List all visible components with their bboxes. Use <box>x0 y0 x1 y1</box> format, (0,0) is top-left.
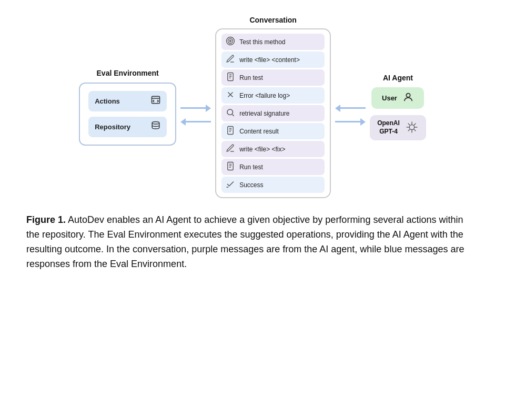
eval-environment: Eval Environment Actions <box>79 69 176 146</box>
svg-rect-18 <box>228 162 234 170</box>
check-icon <box>226 179 235 190</box>
target-icon <box>226 36 235 47</box>
svg-rect-6 <box>228 73 234 81</box>
clipboard-icon-1 <box>226 72 235 83</box>
conv-item-4: Error <failure log> <box>221 87 325 104</box>
openai-icon <box>405 120 419 136</box>
svg-rect-14 <box>228 127 234 135</box>
ai-agent-area: AI Agent User OpenAIGPT-4 <box>370 74 426 140</box>
repository-label: Repository <box>95 123 130 131</box>
svg-line-30 <box>413 129 416 131</box>
conv-item-2: write <file> <content> <box>221 52 325 68</box>
conv-item-5: retrieval signature <box>221 105 325 121</box>
conv-text-5: retrieval signature <box>239 110 289 117</box>
arrow-user-to-conv <box>335 105 366 112</box>
eval-box: Actions Repository <box>79 83 176 146</box>
code-icon <box>151 95 160 107</box>
eval-item-repository: Repository <box>88 117 167 137</box>
conv-text-2: write <file> <content> <box>239 56 300 64</box>
actions-label: Actions <box>95 97 120 105</box>
conv-text-6: Content result <box>239 128 279 135</box>
figure-label: Figure 1. <box>26 214 66 225</box>
left-arrow-area <box>176 105 215 126</box>
ai-agent-title: AI Agent <box>383 74 413 82</box>
arrow-conv-to-agent <box>335 118 366 126</box>
caption-text: AutoDev enables an AI Agent to achieve a… <box>26 214 464 269</box>
conv-text-8: Run test <box>239 163 263 171</box>
clipboard-icon-2 <box>226 126 235 137</box>
user-label: User <box>382 94 397 102</box>
conv-item-6: Content result <box>221 123 325 139</box>
conv-item-8: Run test <box>221 159 325 175</box>
database-icon <box>151 121 160 133</box>
close-icon <box>226 90 235 101</box>
conversation-box: Test this method write <file> <content> <box>215 28 331 198</box>
svg-line-13 <box>233 114 234 116</box>
arrow-eval-to-conv <box>180 105 211 112</box>
conv-text-9: Success <box>239 181 263 189</box>
diagram-area: Eval Environment Actions <box>21 11 484 198</box>
user-icon <box>402 91 414 105</box>
svg-point-23 <box>406 94 410 97</box>
svg-point-24 <box>409 125 414 129</box>
arrow-conv-to-eval <box>180 118 211 126</box>
conv-text-1: Test this method <box>239 38 285 46</box>
figure-caption: Figure 1. AutoDev enables an AI Agent to… <box>21 213 484 272</box>
clipboard-icon-3 <box>226 161 235 172</box>
svg-line-32 <box>408 129 410 131</box>
right-arrow-area <box>331 105 370 126</box>
conv-item-7: write <file> <fix> <box>221 141 325 157</box>
conv-text-3: Run test <box>239 74 263 81</box>
eval-item-actions: Actions <box>88 91 167 111</box>
conv-text-4: Error <failure log> <box>239 92 290 99</box>
conversation-wrapper: Conversation Test this method <box>215 16 331 198</box>
conv-item-3: Run test <box>221 69 325 86</box>
svg-line-31 <box>413 123 416 125</box>
conv-item-1: Test this method <box>221 34 325 50</box>
svg-point-12 <box>227 109 233 115</box>
svg-point-3 <box>227 37 235 45</box>
search-icon <box>226 108 235 119</box>
svg-point-4 <box>228 39 233 44</box>
openai-label: OpenAIGPT-4 <box>377 119 400 136</box>
write-icon-2 <box>226 144 235 155</box>
user-box: User <box>371 87 424 109</box>
diagram-row: Eval Environment Actions <box>21 16 484 198</box>
svg-point-5 <box>230 40 231 42</box>
conv-text-7: write <file> <fix> <box>239 146 285 153</box>
conv-item-9: Success <box>221 177 325 193</box>
write-icon-1 <box>226 54 235 65</box>
openai-box: OpenAIGPT-4 <box>370 115 426 140</box>
svg-rect-0 <box>152 96 160 104</box>
svg-line-29 <box>408 123 410 125</box>
svg-point-2 <box>152 121 159 124</box>
conversation-title: Conversation <box>249 16 296 24</box>
eval-env-title: Eval Environment <box>97 69 159 77</box>
